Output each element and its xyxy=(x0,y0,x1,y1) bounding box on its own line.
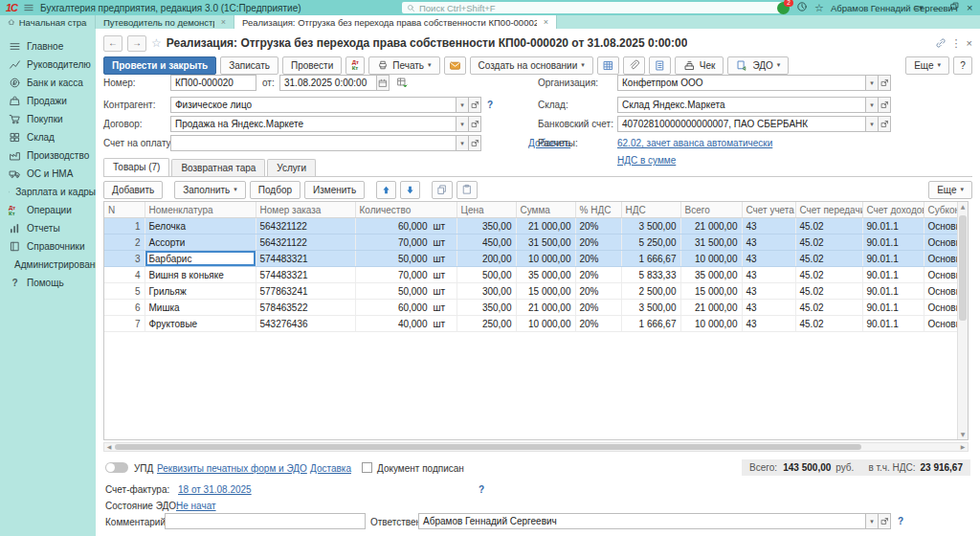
cell-total[interactable]: 31 500,00 xyxy=(680,234,742,251)
invoice-open-button[interactable] xyxy=(469,135,481,151)
cell-income-account[interactable]: 90.01.1 xyxy=(862,218,924,234)
cell-account[interactable]: 43 xyxy=(742,234,795,251)
bank-open-button[interactable] xyxy=(879,116,891,132)
contract-open-button[interactable] xyxy=(469,116,481,132)
pick-button[interactable]: Подбор xyxy=(250,181,301,199)
cell-quantity[interactable]: 70,000шт xyxy=(355,234,457,251)
favorite-star-icon[interactable]: ☆ xyxy=(151,36,162,50)
print-form-requisites-link[interactable]: Реквизиты печатных форм и ЭДО xyxy=(157,460,307,477)
vertical-scrollbar[interactable]: ▲ ▼ xyxy=(957,202,968,439)
warehouse-open-button[interactable] xyxy=(879,97,891,113)
table-row[interactable]: 3 Барбарис 574483321 50,000шт 200,00 10 … xyxy=(104,251,959,267)
document-signed-checkbox[interactable] xyxy=(362,462,372,473)
organization-dropdown-button[interactable]: ▾ xyxy=(866,75,879,91)
col-n[interactable]: N xyxy=(104,202,145,218)
organization-field[interactable]: Конфетпром ООО xyxy=(617,75,866,91)
cell-account[interactable]: 43 xyxy=(742,218,795,234)
sidebar-item-salary-hr[interactable]: Зарплата и кадры xyxy=(0,183,96,201)
table-row[interactable]: 7 Фруктовые 543276436 40,000шт 250,00 10… xyxy=(104,316,959,332)
tab-services[interactable]: Услуги xyxy=(267,159,316,176)
comment-field[interactable] xyxy=(165,513,366,529)
cell-income-account[interactable]: 90.01.1 xyxy=(862,234,924,251)
cell-order-number[interactable]: 574483321 xyxy=(256,251,355,267)
cell-quantity[interactable]: 50,000шт xyxy=(355,283,457,300)
sidebar-item-bank-cash[interactable]: Банк и касса xyxy=(0,74,96,92)
cell-sum[interactable]: 15 000,00 xyxy=(516,283,575,300)
fill-button[interactable]: Заполнить▾ xyxy=(174,181,246,199)
horizontal-scrollbar-thumb[interactable] xyxy=(115,444,861,450)
number-field[interactable]: КП00-000020 xyxy=(170,75,256,91)
post-and-close-button[interactable]: Провести и закрыть xyxy=(103,56,216,75)
warehouse-field[interactable]: Склад Яндекс.Маркета xyxy=(617,97,866,113)
sidebar-item-warehouse[interactable]: Склад xyxy=(0,128,96,146)
check-button[interactable]: Чек xyxy=(675,56,724,75)
sidebar-item-help[interactable]: ?Помощь xyxy=(0,274,96,292)
cell-vat[interactable]: 3 500,00 xyxy=(621,300,680,316)
cell-vat[interactable]: 3 500,00 xyxy=(621,218,680,234)
edo-state-link[interactable]: Не начат xyxy=(176,498,216,514)
col-quantity[interactable]: Количество xyxy=(355,202,457,218)
cell-sum[interactable]: 21 000,00 xyxy=(516,218,575,234)
cell-subconto[interactable]: Основная н xyxy=(924,218,959,234)
cell-total[interactable]: 35 000,00 xyxy=(680,267,742,283)
cell-price[interactable]: 500,00 xyxy=(457,267,516,283)
cell-income-account[interactable]: 90.01.1 xyxy=(862,267,924,283)
cell-account[interactable]: 43 xyxy=(742,251,795,267)
cell-subconto[interactable]: Основная н xyxy=(924,283,959,300)
table-more-button[interactable]: Еще▾ xyxy=(928,181,972,199)
cell-sum[interactable]: 21 000,00 xyxy=(516,300,575,316)
cell-total[interactable]: 21 000,00 xyxy=(680,300,742,316)
move-row-down-button[interactable] xyxy=(400,181,420,199)
main-menu-icon[interactable] xyxy=(23,2,34,13)
cell-subconto[interactable]: Основная н xyxy=(924,316,959,332)
cell-order-number[interactable]: 578463522 xyxy=(256,300,355,316)
cell-price[interactable]: 450,00 xyxy=(457,234,516,251)
horizontal-scrollbar[interactable]: ◀ ▶ xyxy=(103,442,969,452)
send-email-button[interactable] xyxy=(444,56,466,75)
col-income-account[interactable]: Счет доходов xyxy=(862,202,924,218)
upd-toggle[interactable] xyxy=(105,462,128,473)
cell-vat[interactable]: 5 250,00 xyxy=(621,234,680,251)
cell-account[interactable]: 43 xyxy=(742,267,795,283)
cell-sum[interactable]: 10 000,00 xyxy=(516,251,575,267)
cell-quantity[interactable]: 60,000шт xyxy=(355,218,457,234)
close-form-icon[interactable]: × xyxy=(967,37,972,49)
back-button[interactable]: ← xyxy=(103,35,122,52)
sidebar-item-directories[interactable]: Справочники xyxy=(0,237,96,256)
tab-returnable-packaging[interactable]: Возвратная тара xyxy=(171,159,265,176)
cell-row-number[interactable]: 1 xyxy=(104,218,145,234)
cell-order-number[interactable]: 564321122 xyxy=(256,218,355,234)
restore-button[interactable] xyxy=(949,1,960,11)
cell-nomenclature[interactable]: Фруктовые xyxy=(145,316,256,332)
col-transfer-account[interactable]: Счет передачи xyxy=(795,202,862,218)
document-list-icon[interactable] xyxy=(396,77,409,89)
responsible-open-button[interactable] xyxy=(879,513,891,529)
tab-home[interactable]: Начальная страница xyxy=(0,15,96,29)
cell-quantity[interactable]: 50,000шт xyxy=(355,251,457,267)
cell-transfer-account[interactable]: 45.02 xyxy=(795,218,862,234)
cell-income-account[interactable]: 90.01.1 xyxy=(862,316,924,332)
cell-vat[interactable]: 2 500,00 xyxy=(621,283,680,300)
responsible-field[interactable]: Абрамов Геннадий Сергеевич xyxy=(418,513,866,529)
cell-transfer-account[interactable]: 45.02 xyxy=(795,316,862,332)
cell-row-number[interactable]: 5 xyxy=(104,283,145,300)
vertical-scrollbar-thumb[interactable] xyxy=(959,215,967,321)
bank-dropdown-button[interactable]: ▾ xyxy=(866,116,879,132)
cell-subconto[interactable]: Основная н xyxy=(924,300,959,316)
document-reports-button[interactable] xyxy=(597,56,619,75)
cell-transfer-account[interactable]: 45.02 xyxy=(795,300,862,316)
cell-price[interactable]: 300,00 xyxy=(457,283,516,300)
cell-row-number[interactable]: 3 xyxy=(104,251,145,267)
col-nomenclature[interactable]: Номенклатура xyxy=(145,202,256,218)
cell-quantity[interactable]: 60,000шт xyxy=(355,300,457,316)
cell-vat[interactable]: 1 666,67 xyxy=(621,251,680,267)
cell-subconto[interactable]: Основная н xyxy=(924,267,959,283)
cell-transfer-account[interactable]: 45.02 xyxy=(795,234,862,251)
cell-sum[interactable]: 10 000,00 xyxy=(516,316,575,332)
col-sum[interactable]: Сумма xyxy=(516,202,575,218)
cell-price[interactable]: 350,00 xyxy=(457,300,516,316)
table-row[interactable]: 2 Ассорти 564321122 70,000шт 450,00 31 5… xyxy=(104,234,959,251)
col-price[interactable]: Цена xyxy=(457,202,516,218)
minimize-button[interactable]: – xyxy=(933,1,939,14)
create-based-on-button[interactable]: Создать на основании▾ xyxy=(470,56,593,75)
